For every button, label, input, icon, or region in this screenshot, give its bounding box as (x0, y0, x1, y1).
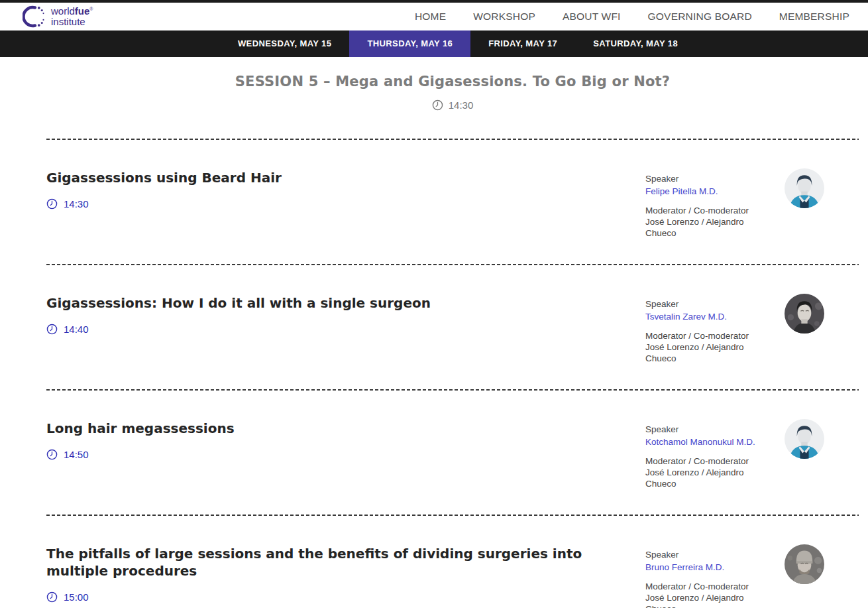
talk-time-value: 14:40 (64, 324, 89, 335)
crescent-dots-logo-icon (23, 5, 46, 29)
nav-item-home[interactable]: HOME (415, 11, 446, 23)
site-header: worldfue® institute HOME WORKSHOP ABOUT … (0, 3, 868, 30)
talk-title: Long hair megassessions (46, 420, 235, 437)
speaker-info: Speaker Bruno Ferreira M.D. Moderator / … (645, 549, 777, 608)
talk-time: 14:30 (46, 198, 282, 210)
talk-time: 14:50 (46, 449, 235, 460)
talk-time-value: 15:00 (64, 591, 89, 603)
speaker-name-link[interactable]: Felipe Pitella M.D. (645, 186, 777, 198)
talk-title: Gigassessions using Beard Hair (46, 169, 282, 186)
talk-time-value: 14:50 (64, 449, 89, 460)
man-with-cap-photo-avatar (785, 544, 824, 584)
talk-time: 14:40 (46, 324, 431, 335)
tab-saturday-may-18[interactable]: SATURDAY, MAY 18 (575, 30, 696, 57)
main-nav: HOME WORKSHOP ABOUT WFI GOVERNING BOARD … (415, 11, 853, 23)
clock-icon (432, 99, 443, 111)
clock-icon (46, 591, 58, 603)
moderator-names: José Lorenzo / Alejandro Chueco (645, 341, 777, 364)
day-tab-bar: WEDNESDAY, MAY 15 THURSDAY, MAY 16 FRIDA… (0, 30, 868, 57)
speaker-label: Speaker (645, 424, 777, 436)
speaker-name-link[interactable]: Bruno Ferreira M.D. (645, 562, 777, 574)
nav-item-about-wfi[interactable]: ABOUT WFI (563, 11, 621, 23)
moderator-label: Moderator / Co-moderator (645, 456, 777, 467)
talk-left: Gigassessions using Beard Hair 14:30 (46, 169, 282, 239)
young-man-photo-avatar (785, 294, 824, 334)
talk-right: Speaker Bruno Ferreira M.D. Moderator / … (645, 545, 859, 608)
nav-item-membership[interactable]: MEMBERSHIP (779, 11, 849, 23)
talk-title: Gigassessions: How I do it all with a si… (46, 294, 431, 312)
speaker-info: Speaker Felipe Pitella M.D. Moderator / … (645, 173, 777, 239)
talk-title: The pitfalls of large sessions and the b… (46, 545, 590, 579)
speaker-label: Speaker (645, 298, 777, 310)
talk-left: The pitfalls of large sessions and the b… (46, 545, 590, 608)
talk-right: Speaker Kotchamol Manonukul M.D. Moderat… (645, 420, 859, 489)
session-time: 14:30 (46, 99, 859, 111)
speaker-label: Speaker (645, 549, 777, 561)
tab-friday-may-17[interactable]: FRIDAY, MAY 17 (470, 30, 575, 57)
moderator-names: José Lorenzo / Alejandro Chueco (645, 216, 777, 239)
clock-icon (46, 198, 58, 210)
page: worldfue® institute HOME WORKSHOP ABOUT … (0, 0, 868, 608)
talk-item: Long hair megassessions 14:50 Speaker Ko… (46, 391, 859, 515)
moderator-label: Moderator / Co-moderator (645, 330, 777, 341)
male-placeholder-avatar (785, 419, 824, 459)
moderator-names: José Lorenzo / Alejandro Chueco (645, 467, 777, 489)
male-placeholder-avatar (785, 168, 824, 208)
talk-item: Gigassessions using Beard Hair 14:30 Spe… (46, 140, 859, 264)
moderator-names: José Lorenzo / Alejandro Chueco (645, 592, 777, 608)
talk-left: Long hair megassessions 14:50 (46, 420, 235, 489)
session-time-value: 14:30 (449, 99, 474, 111)
nav-item-workshop[interactable]: WORKSHOP (473, 11, 535, 23)
day-tabs: WEDNESDAY, MAY 15 THURSDAY, MAY 16 FRIDA… (220, 30, 696, 57)
speaker-name-link[interactable]: Kotchamol Manonukul M.D. (645, 436, 777, 448)
worldfue-logo[interactable]: worldfue® institute (23, 5, 93, 29)
session-title: SESSION 5 – Mega and Gigasessions. To Go… (46, 74, 859, 90)
session-header: SESSION 5 – Mega and Gigasessions. To Go… (46, 74, 859, 111)
talk-time: 15:00 (46, 591, 590, 603)
clock-icon (46, 324, 58, 335)
speaker-label: Speaker (645, 173, 777, 185)
speaker-info: Speaker Kotchamol Manonukul M.D. Moderat… (645, 424, 777, 489)
clock-icon (46, 449, 58, 460)
nav-item-governing-board[interactable]: GOVERNING BOARD (648, 11, 752, 23)
agenda: SESSION 5 – Mega and Gigasessions. To Go… (46, 74, 859, 608)
talk-right: Speaker Felipe Pitella M.D. Moderator / … (645, 169, 859, 239)
talk-right: Speaker Tsvetalin Zarev M.D. Moderator /… (645, 294, 859, 364)
logo-wordmark: worldfue® institute (51, 6, 93, 27)
talk-item: The pitfalls of large sessions and the b… (46, 516, 859, 608)
tab-wednesday-may-15[interactable]: WEDNESDAY, MAY 15 (220, 30, 349, 57)
talk-left: Gigassessions: How I do it all with a si… (46, 294, 431, 364)
talk-time-value: 14:30 (64, 198, 89, 210)
talk-item: Gigassessions: How I do it all with a si… (46, 265, 859, 389)
tab-thursday-may-16[interactable]: THURSDAY, MAY 16 (349, 30, 470, 57)
moderator-label: Moderator / Co-moderator (645, 205, 777, 216)
moderator-label: Moderator / Co-moderator (645, 581, 777, 592)
speaker-info: Speaker Tsvetalin Zarev M.D. Moderator /… (645, 298, 777, 364)
speaker-name-link[interactable]: Tsvetalin Zarev M.D. (645, 311, 777, 323)
